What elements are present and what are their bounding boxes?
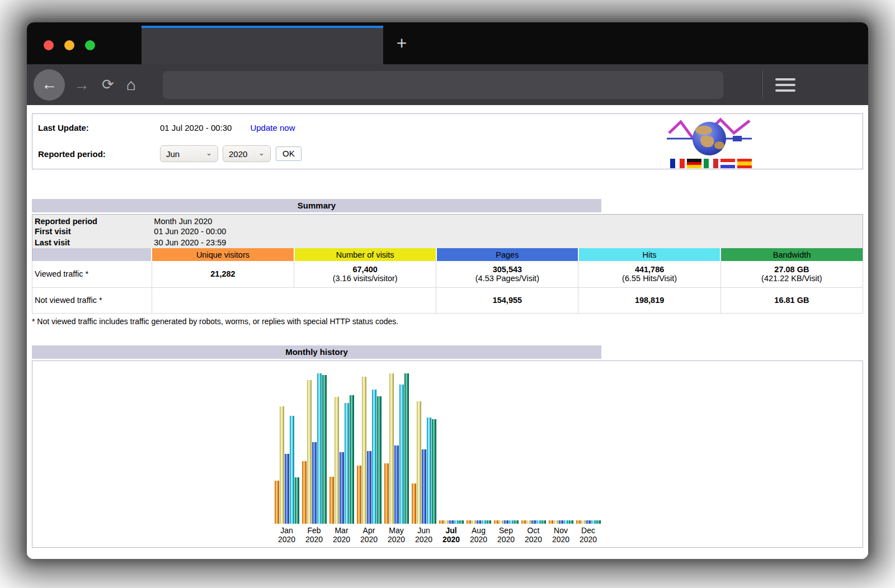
bar-hits-feb-2020 — [317, 373, 322, 524]
flag-france-icon[interactable] — [670, 159, 685, 168]
navigation-toolbar: ← → ⟳ ⌂ — [27, 64, 868, 105]
month-label-aug-2020: Aug2020 — [465, 526, 492, 544]
bar-hits-may-2020 — [399, 385, 404, 524]
browser-window: + ← → ⟳ ⌂ Last Update: 01 Jul 2020 - 00:… — [27, 22, 868, 559]
bar-unique-visitors-feb-2020 — [302, 461, 307, 524]
month-group-aug-2020 — [465, 373, 492, 524]
hamburger-menu-icon[interactable] — [775, 78, 795, 92]
titlebar: + — [27, 22, 868, 64]
pages-header: Pages — [436, 248, 578, 261]
bar-pages-aug-2020 — [477, 520, 481, 524]
month-label-dec-2020: Dec2020 — [574, 526, 602, 544]
month-label-apr-2020: Apr2020 — [355, 526, 383, 544]
bar-hits-aug-2020 — [482, 520, 486, 524]
summary-section-title: Summary — [32, 199, 601, 212]
bar-bandwidth-oct-2020 — [541, 520, 546, 524]
flag-germany-icon[interactable] — [687, 159, 701, 168]
not-viewed-footnote: * Not viewed traffic includes traffic ge… — [32, 317, 863, 326]
reported-period-row-value: Month Jun 2020 — [152, 215, 863, 226]
viewed-pages: 305,543 (4.53 Pages/Visit) — [436, 261, 578, 287]
monthly-history-section-title: Monthly history — [32, 345, 601, 359]
bar-pages-jul-2020 — [449, 520, 454, 524]
table-row: Reported period Month Jun 2020 — [32, 215, 863, 226]
bar-pages-jan-2020 — [285, 454, 289, 524]
minimize-window-button[interactable] — [64, 40, 74, 50]
maximize-window-button[interactable] — [85, 40, 95, 50]
bar-bandwidth-apr-2020 — [377, 396, 381, 524]
month-select[interactable]: Jun ⌄ — [160, 145, 218, 162]
viewed-bandwidth: 27.08 GB (421.22 KB/Visit) — [720, 261, 863, 287]
bar-number-of-visits-apr-2020 — [362, 377, 366, 524]
bar-bandwidth-may-2020 — [404, 373, 409, 524]
bar-hits-sep-2020 — [509, 520, 514, 524]
flag-spain-icon[interactable] — [737, 159, 752, 168]
month-label-feb-2020: Feb2020 — [300, 526, 328, 544]
forward-icon[interactable]: → — [74, 76, 90, 94]
ok-button[interactable]: OK — [276, 146, 302, 161]
bar-bandwidth-dec-2020 — [596, 520, 601, 524]
last-update-value: 01 Jul 2020 - 00:30 — [160, 123, 232, 132]
bar-number-of-visits-jun-2020 — [417, 401, 421, 524]
bar-pages-apr-2020 — [367, 451, 371, 524]
bar-unique-visitors-sep-2020 — [494, 520, 498, 524]
chevron-down-icon: ⌄ — [258, 149, 265, 157]
back-icon[interactable]: ← — [34, 69, 65, 101]
url-bar[interactable] — [163, 71, 723, 99]
month-label-oct-2020: Oct2020 — [520, 526, 547, 544]
bar-unique-visitors-jun-2020 — [412, 483, 416, 524]
flag-italy-icon[interactable] — [704, 159, 718, 168]
bar-bandwidth-jul-2020 — [459, 520, 464, 524]
bar-number-of-visits-aug-2020 — [472, 520, 476, 524]
bar-unique-visitors-nov-2020 — [549, 520, 553, 524]
month-group-feb-2020 — [300, 373, 328, 524]
flag-netherlands-icon[interactable] — [720, 159, 735, 168]
summary-table: Reported period Month Jun 2020 First vis… — [32, 214, 863, 314]
month-label-jun-2020: Jun2020 — [410, 526, 437, 544]
not-viewed-traffic-row: Not viewed traffic * 154,955 198,819 16.… — [32, 287, 863, 313]
bar-number-of-visits-sep-2020 — [499, 520, 503, 524]
chart-bars-row — [273, 373, 602, 524]
bar-hits-mar-2020 — [345, 403, 349, 524]
viewed-unique-visitors: 21,282 — [152, 261, 294, 287]
year-select-value: 2020 — [229, 149, 247, 159]
bar-pages-mar-2020 — [340, 452, 344, 524]
bar-pages-jun-2020 — [422, 449, 426, 524]
update-now-link[interactable]: Update now — [250, 123, 295, 132]
report-header-box: Last Update: 01 Jul 2020 - 00:30 Update … — [32, 113, 863, 169]
reload-icon[interactable]: ⟳ — [102, 76, 114, 93]
last-visit-row-value: 30 Jun 2020 - 23:59 — [152, 237, 863, 248]
active-tab[interactable] — [142, 26, 383, 64]
bar-bandwidth-aug-2020 — [487, 520, 491, 524]
year-select[interactable]: 2020 ⌄ — [223, 145, 271, 162]
bar-hits-jul-2020 — [454, 520, 459, 524]
bar-number-of-visits-jan-2020 — [280, 406, 284, 524]
bar-unique-visitors-aug-2020 — [467, 520, 471, 524]
bar-number-of-visits-dec-2020 — [581, 520, 586, 524]
awstats-logo — [667, 116, 755, 168]
awstats-page: Last Update: 01 Jul 2020 - 00:30 Update … — [27, 105, 868, 559]
bar-bandwidth-jan-2020 — [295, 477, 299, 524]
bar-pages-oct-2020 — [531, 520, 536, 524]
bar-number-of-visits-may-2020 — [389, 373, 394, 524]
bar-number-of-visits-mar-2020 — [335, 397, 339, 524]
toolbar-divider — [762, 70, 763, 99]
bar-hits-jan-2020 — [290, 416, 294, 524]
bar-unique-visitors-mar-2020 — [329, 477, 334, 524]
bar-hits-nov-2020 — [564, 520, 568, 524]
bar-hits-apr-2020 — [372, 390, 376, 524]
new-tab-button[interactable]: + — [389, 30, 414, 56]
bar-number-of-visits-nov-2020 — [554, 520, 558, 524]
close-window-button[interactable] — [44, 40, 54, 50]
month-select-value: Jun — [166, 149, 180, 159]
monthly-history-chart: Jan2020Feb2020Mar2020Apr2020May2020Jun20… — [32, 361, 863, 548]
month-label-nov-2020: Nov2020 — [547, 526, 574, 544]
month-label-mar-2020: Mar2020 — [328, 526, 355, 544]
bar-number-of-visits-jul-2020 — [444, 520, 449, 524]
not-viewed-pages: 154,955 — [436, 287, 578, 313]
bar-pages-dec-2020 — [586, 520, 591, 524]
bar-pages-may-2020 — [394, 445, 399, 524]
bar-bandwidth-sep-2020 — [514, 520, 519, 524]
number-of-visits-header: Number of visits — [294, 248, 436, 261]
home-icon[interactable]: ⌂ — [126, 76, 136, 94]
month-label-sep-2020: Sep2020 — [492, 526, 520, 544]
